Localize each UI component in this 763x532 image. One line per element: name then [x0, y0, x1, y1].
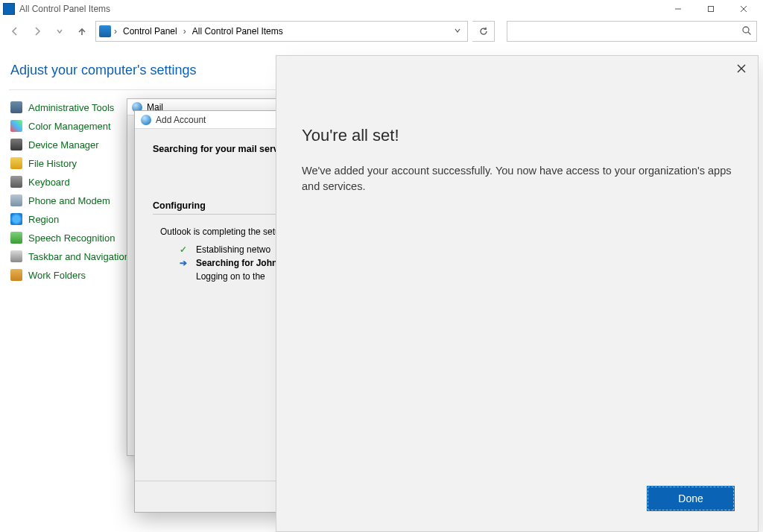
taskbar-icon — [10, 250, 22, 262]
cp-item-label: Color Management — [28, 121, 111, 132]
blank-icon — [178, 271, 189, 282]
check-icon: ✓ — [178, 244, 189, 255]
cp-item-file-history[interactable]: File History — [10, 157, 130, 169]
address-bar[interactable]: › Control Panel › All Control Panel Item… — [95, 21, 468, 42]
maximize-button[interactable] — [694, 0, 727, 18]
search-box[interactable] — [507, 21, 757, 42]
minimize-button[interactable] — [662, 0, 694, 18]
keyboard-icon — [10, 176, 22, 188]
cp-item-label: Keyboard — [28, 177, 70, 188]
forward-button[interactable] — [28, 22, 46, 40]
cp-item-label: Device Manager — [28, 139, 99, 151]
cp-item-label: Administrative Tools — [28, 102, 114, 113]
device-icon — [10, 139, 22, 151]
cp-item-label: Region — [28, 214, 59, 225]
phone-icon — [10, 194, 22, 206]
cp-item-device-manager[interactable]: Device Manager — [10, 139, 130, 151]
done-button-label: Done — [678, 493, 703, 504]
cp-item-label: Work Folders — [28, 270, 86, 281]
chevron-right-icon[interactable]: › — [182, 26, 188, 37]
cp-item-color-management[interactable]: Color Management — [10, 120, 130, 132]
globe-icon — [10, 213, 22, 225]
refresh-button[interactable] — [472, 21, 495, 42]
up-button[interactable] — [73, 22, 91, 40]
modal-title: You're all set! — [302, 126, 399, 145]
control-panel-icon — [3, 3, 15, 15]
control-panel-list: Administrative Tools Color Management De… — [10, 101, 130, 281]
cp-item-region[interactable]: Region — [10, 213, 130, 225]
nav-row: › Control Panel › All Control Panel Item… — [0, 18, 763, 45]
chevron-right-icon[interactable]: › — [113, 26, 118, 37]
window-title: All Control Panel Items — [19, 4, 110, 14]
globe-icon — [141, 115, 151, 125]
cp-item-label: Phone and Modem — [28, 195, 110, 206]
modal-body-text: We've added your account successfully. Y… — [302, 163, 732, 194]
breadcrumb-seg-1[interactable]: Control Panel — [120, 26, 180, 37]
cp-item-taskbar-navigation[interactable]: Taskbar and Navigation — [10, 250, 130, 262]
breadcrumb-seg-2[interactable]: All Control Panel Items — [189, 26, 286, 37]
cp-item-phone-modem[interactable]: Phone and Modem — [10, 194, 130, 206]
step-label: Searching for John — [196, 258, 277, 268]
page-heading: Adjust your computer's settings — [10, 63, 197, 78]
modal-close-button[interactable] — [731, 60, 752, 77]
cp-item-keyboard[interactable]: Keyboard — [10, 176, 130, 188]
search-input[interactable] — [512, 25, 741, 37]
svg-rect-1 — [709, 7, 714, 12]
done-button[interactable]: Done — [648, 487, 734, 510]
history-icon — [10, 157, 22, 169]
close-button[interactable] — [727, 0, 760, 18]
folder-icon — [10, 269, 22, 281]
search-icon[interactable] — [741, 25, 752, 38]
cp-item-label: Speech Recognition — [28, 232, 115, 244]
content-area: Adjust your computer's settings Administ… — [0, 45, 763, 532]
cp-item-work-folders[interactable]: Work Folders — [10, 269, 130, 281]
recent-locations-button[interactable] — [51, 22, 69, 40]
color-icon — [10, 120, 22, 132]
window-titlebar: All Control Panel Items — [0, 0, 763, 18]
breadcrumb-root-icon — [99, 25, 111, 37]
svg-line-6 — [748, 32, 751, 35]
tools-icon — [10, 101, 22, 113]
arrow-right-icon: ➔ — [178, 258, 189, 268]
cp-item-administrative-tools[interactable]: Administrative Tools — [10, 101, 130, 113]
cp-item-speech-recognition[interactable]: Speech Recognition — [10, 232, 130, 244]
svg-point-5 — [743, 27, 749, 33]
address-dropdown-button[interactable] — [451, 26, 464, 37]
back-button[interactable] — [6, 22, 24, 40]
microphone-icon — [10, 232, 22, 244]
cp-item-label: Taskbar and Navigation — [28, 251, 130, 262]
all-set-modal: You're all set! We've added your account… — [276, 55, 759, 532]
step-label: Establishing netwo — [196, 244, 270, 255]
add-account-title: Add Account — [156, 115, 206, 125]
step-label: Logging on to the — [196, 271, 265, 282]
cp-item-label: File History — [28, 158, 77, 169]
